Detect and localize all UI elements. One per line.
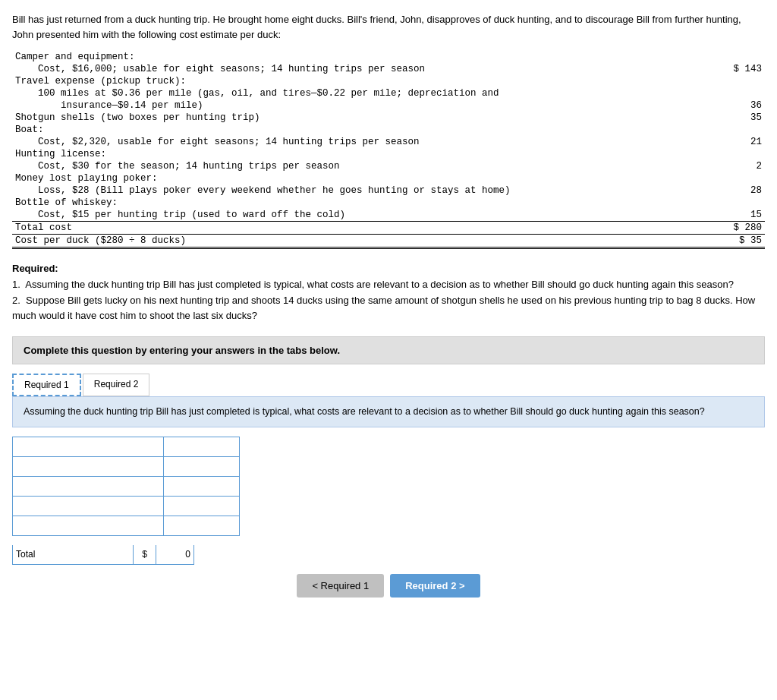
tab-required-1[interactable]: Required 1 — [12, 374, 81, 396]
answer-input-1-left[interactable] — [13, 437, 163, 456]
required-item-1: 1. Assuming the duck hunting trip Bill h… — [12, 279, 734, 290]
answer-row-5 — [13, 516, 240, 535]
table-row: Camper and equipment: — [12, 51, 765, 63]
table-row: Cost, $30 for the season; 14 hunting tri… — [12, 160, 765, 172]
nav-buttons: < Required 1 Required 2 > — [12, 574, 765, 598]
prev-button[interactable]: < Required 1 — [297, 574, 384, 598]
required-item-2: 2. Suppose Bill gets lucky on his next h… — [12, 295, 755, 322]
answer-input-3-right[interactable] — [164, 477, 239, 496]
answer-input-2-left[interactable] — [13, 457, 163, 476]
answer-row-4 — [13, 496, 240, 516]
tab-required-2[interactable]: Required 2 — [83, 374, 150, 396]
intro-paragraph: Bill has just returned from a duck hunti… — [12, 12, 765, 42]
total-cost-row: Total cost $ 280 — [12, 222, 765, 235]
cost-per-duck-row: Cost per duck ($280 ÷ 8 ducks) $ 35 — [12, 235, 765, 248]
table-row: Travel expense (pickup truck): — [12, 75, 765, 87]
total-dollar-sign: $ — [134, 545, 156, 565]
cost-table: Camper and equipment: Cost, $16,000; usa… — [12, 51, 765, 249]
total-row: Total $ — [12, 545, 240, 565]
table-row: Cost, $16,000; usable for eight seasons;… — [12, 63, 765, 75]
answer-row-2 — [13, 456, 240, 476]
tabs-container: Required 1 Required 2 — [12, 374, 765, 396]
next-button[interactable]: Required 2 > — [390, 574, 480, 598]
table-row: 100 miles at $0.36 per mile (gas, oil, a… — [12, 87, 765, 99]
table-row: Hunting license: — [12, 148, 765, 160]
answer-row-3 — [13, 476, 240, 496]
answer-input-3-left[interactable] — [13, 477, 163, 496]
answer-row-1 — [13, 437, 240, 456]
tab1-content: Assuming the duck hunting trip Bill has … — [12, 396, 765, 427]
answer-input-1-right[interactable] — [164, 437, 239, 456]
table-row: Money lost playing poker: — [12, 172, 765, 184]
required-heading: Required: — [12, 263, 58, 274]
complete-instructions: Complete this question by entering your … — [12, 336, 765, 364]
table-row: Boat: — [12, 124, 765, 136]
table-row: Cost, $15 per hunting trip (used to ward… — [12, 209, 765, 222]
table-row: insurance—$0.14 per mile) 36 — [12, 99, 765, 112]
total-input[interactable] — [156, 545, 194, 565]
answer-input-5-right[interactable] — [164, 516, 239, 535]
total-label: Total — [12, 545, 134, 565]
table-row: Shotgun shells (two boxes per hunting tr… — [12, 112, 765, 124]
answer-input-5-left[interactable] — [13, 516, 163, 535]
answer-input-4-left[interactable] — [13, 497, 163, 516]
answer-input-table — [12, 437, 240, 536]
table-row: Cost, $2,320, usable for eight seasons; … — [12, 136, 765, 148]
answer-input-2-right[interactable] — [164, 457, 239, 476]
table-row: Bottle of whiskey: — [12, 197, 765, 209]
required-section: Required: 1. Assuming the duck hunting t… — [12, 261, 765, 324]
answer-input-4-right[interactable] — [164, 497, 239, 516]
table-row: Loss, $28 (Bill plays poker every weeken… — [12, 184, 765, 197]
